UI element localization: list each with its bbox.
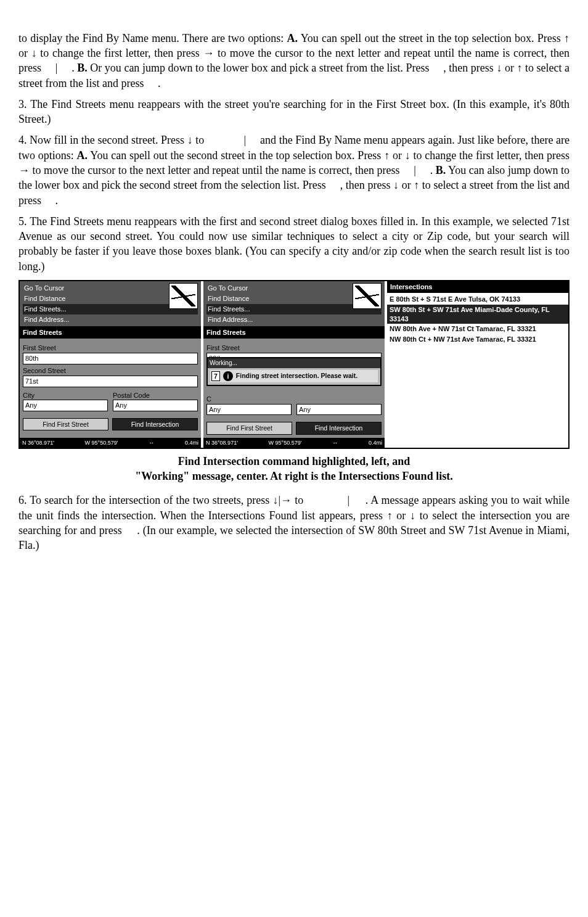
text: . <box>55 194 59 207</box>
paragraph-4: 5. The Find Streets menu reappears with … <box>18 214 570 274</box>
text: . <box>71 62 77 74</box>
popup-title: Working... <box>208 358 380 368</box>
figure-row: Go To Cursor Find Distance Find Streets.… <box>18 280 570 449</box>
working-popup: Working... 7 i Finding street intersecti… <box>206 357 382 386</box>
menu-area: Go To Cursor Find Distance Find Streets.… <box>20 281 201 327</box>
input-city[interactable]: Any <box>206 404 292 416</box>
second-street-key <box>207 134 241 146</box>
label-c-prefix: C <box>206 395 382 404</box>
separator: | <box>414 164 416 176</box>
separator: | <box>55 62 58 74</box>
find-first-street-button[interactable]: Find First Street <box>23 418 108 430</box>
paragraph-1: to display the Find By Name menu. There … <box>18 31 570 91</box>
menu-find-address[interactable]: Find Address... <box>206 315 382 325</box>
status-lon: W 95°50.579' <box>85 439 118 446</box>
find-intersection-button[interactable]: Find Intersection <box>112 418 198 430</box>
panel-left: Go To Cursor Find Distance Find Streets.… <box>20 281 201 448</box>
option-a: A. <box>287 32 298 44</box>
menu-find-address[interactable]: Find Address... <box>23 315 198 325</box>
status-lon: W 95°50.579' <box>269 439 302 446</box>
enter-key <box>44 62 53 74</box>
paragraph-2: 3. The Find Streets menu reappears with … <box>18 97 570 127</box>
text: Or you can jump down to the lower box an… <box>90 62 432 74</box>
status-arrows: ↔ <box>332 439 338 446</box>
text: to display the Find By Name menu. There … <box>18 32 287 44</box>
map-thumbnail <box>353 283 382 309</box>
option-b: B. <box>77 62 88 74</box>
panel-right: Intersections E 80th St + S 71st E Ave T… <box>387 281 568 448</box>
input-postal-code[interactable]: Any <box>113 400 198 411</box>
form-area: First Street 80th Second Street 71st Cit… <box>20 339 201 437</box>
intersection-item[interactable]: NW 80th Ct + NW 71st Ave Tamarac, FL 333… <box>387 334 568 345</box>
input-first-street[interactable]: 80th <box>23 353 198 364</box>
form-area: First Street 80th S Working... 7 i Findi… <box>203 339 385 437</box>
enter-key <box>402 164 411 176</box>
title-bar: Find Streets <box>203 327 385 339</box>
input-second-street[interactable]: 71st <box>23 376 198 387</box>
status-lat: N 36°08.971' <box>206 439 238 446</box>
intersection-item-selected[interactable]: SW 80th St + SW 71st Ave Miami-Dade Coun… <box>387 305 568 324</box>
find-intersection-button[interactable]: Find Intersection <box>296 422 382 434</box>
status-dist: 0.4mi <box>369 439 382 446</box>
menu-area: Go To Cursor Find Distance Find Streets.… <box>203 281 385 327</box>
caption-line-1: Find Intersection command highlighted, l… <box>178 455 410 467</box>
panel-center: Go To Cursor Find Distance Find Streets.… <box>203 281 385 448</box>
label-city: City <box>23 391 108 400</box>
text: . <box>430 164 436 176</box>
input-city[interactable]: Any <box>23 400 108 411</box>
caption-line-2: "Working" message, center. At right is t… <box>135 470 452 482</box>
text: 4. Now fill in the second street. Press … <box>18 134 207 146</box>
enter-key <box>44 194 53 207</box>
paragraph-5: 6. To search for the intersection of the… <box>18 493 570 553</box>
paragraph-3: 4. Now fill in the second street. Press … <box>18 133 570 207</box>
text: . <box>158 77 161 89</box>
status-dist: 0.4mi <box>185 439 198 446</box>
intersection-item[interactable]: E 80th St + S 71st E Ave Tulsa, OK 74133 <box>387 294 568 305</box>
label-postal-code: Postal Code <box>113 391 198 400</box>
enter-key <box>60 62 69 74</box>
enter-key <box>125 524 134 537</box>
intersection-item[interactable]: NW 80th Ave + NW 71st Ct Tamarac, FL 333… <box>387 324 568 334</box>
enter-key <box>249 134 258 146</box>
separator: | <box>244 134 247 146</box>
info-icon: i <box>223 371 233 381</box>
status-bar: N 36°08.971' W 95°50.579' ↔ 0.4mi <box>20 438 201 448</box>
enter-key <box>353 494 362 506</box>
title-bar: Find Streets <box>20 327 201 339</box>
status-lat: N 36°08.971' <box>22 439 54 446</box>
intersections-list: E 80th St + S 71st E Ave Tulsa, OK 74133… <box>387 293 568 448</box>
option-b: B. <box>436 164 446 176</box>
input-postal-code[interactable]: Any <box>296 404 382 416</box>
text: 6. To search for the intersection of the… <box>18 494 306 506</box>
option-a: A. <box>77 149 88 162</box>
enter-key <box>329 179 337 191</box>
popup-body-text: Finding street intersection. Please wait… <box>236 371 357 380</box>
popup-seven: 7 <box>211 371 220 381</box>
label-first-street: First Street <box>23 343 198 353</box>
label-second-street: Second Street <box>23 366 198 376</box>
status-bar: N 36°08.971' W 95°50.579' ↔ 0.4mi <box>203 438 385 448</box>
figure-caption: Find Intersection command highlighted, l… <box>18 454 570 484</box>
find-intersection-key <box>306 494 344 506</box>
separator: | <box>348 494 350 506</box>
map-thumbnail <box>169 283 198 309</box>
intersections-title: Intersections <box>387 281 568 293</box>
enter-key <box>419 164 427 176</box>
enter-key <box>432 62 441 74</box>
enter-key <box>147 77 155 89</box>
status-arrows: ↔ <box>149 439 154 446</box>
label-first-street: First Street <box>206 343 382 353</box>
find-first-street-button[interactable]: Find First Street <box>206 422 292 434</box>
